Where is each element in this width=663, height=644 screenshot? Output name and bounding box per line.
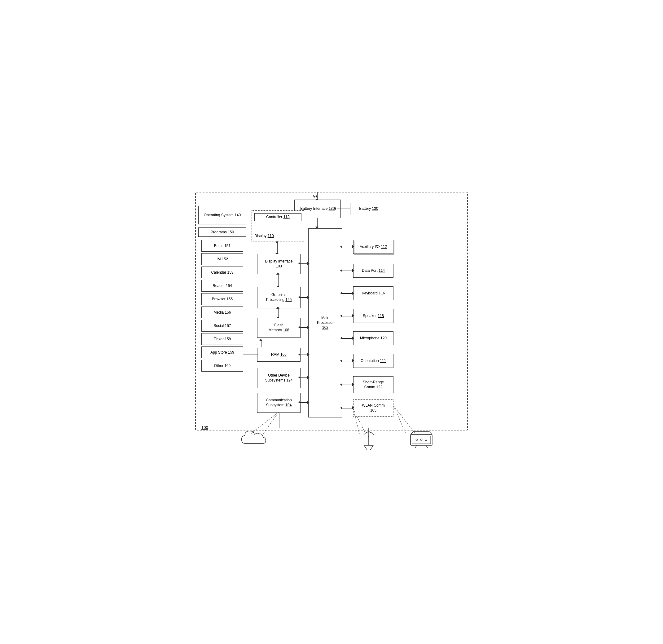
aux-io-shadow xyxy=(354,241,394,255)
arrowhead-battery-left xyxy=(334,207,336,210)
svg-line-15 xyxy=(426,445,428,448)
short-range-comm-box: Short-RangeComm 122 xyxy=(353,376,393,393)
arrowhead-mic-left xyxy=(340,337,342,340)
arrowhead-ori-left xyxy=(340,359,342,362)
arrowhead-cs-left xyxy=(298,401,300,404)
other-box: Other 160 xyxy=(201,360,243,372)
email-box: Email 151 xyxy=(201,240,243,252)
controller-box: Controller 113 xyxy=(254,213,301,221)
arrow-ram-to-flash xyxy=(261,340,261,348)
social-box: Social 157 xyxy=(201,320,243,332)
ticker-box: Ticker 158 xyxy=(201,333,243,345)
arrowhead-fm-left xyxy=(298,326,300,329)
arrowhead-sp-right xyxy=(352,314,355,317)
reader-box: Reader 154 xyxy=(201,280,243,292)
arrowhead-mic-right xyxy=(352,337,355,340)
arrowhead-dp-left xyxy=(340,269,342,272)
programs-box: Programs 150 xyxy=(198,227,246,237)
arrow-mp-mic xyxy=(342,338,353,339)
calendar-box: Calendar 153 xyxy=(201,267,243,278)
arrow-display-up xyxy=(277,243,278,254)
dashed-lines-cloud xyxy=(232,412,294,443)
im-box: IM 152 xyxy=(201,253,243,265)
battery-box: Battery 130 xyxy=(350,203,387,215)
arrow-mp-dp xyxy=(342,270,353,271)
svg-line-19 xyxy=(393,406,415,434)
arrow-mp-ori xyxy=(342,361,353,361)
main-processor-box: MainProcessor102 xyxy=(308,228,342,418)
arrowhead-ram-right xyxy=(307,353,310,356)
arrowhead-wlan-left xyxy=(340,406,342,409)
microphone-box: Microphone 120 xyxy=(353,331,393,345)
flash-memory-box: FlashMemory 108 xyxy=(257,318,300,338)
arrowhead-od-left xyxy=(298,376,300,379)
arrowhead-gp-left xyxy=(298,296,300,299)
arrowhead-gp-right xyxy=(307,296,310,299)
display-label: Display 110 xyxy=(254,234,274,239)
arrow-mp-src xyxy=(342,384,353,385)
arrow-mp-wlan xyxy=(342,408,353,408)
arrow-mp-aux xyxy=(342,247,353,247)
svg-line-0 xyxy=(251,412,279,434)
app-store-box: App Store 159 xyxy=(201,347,243,358)
diagram-wrapper: 100 V+ Battery Interface 132 Battery 130… xyxy=(192,182,471,462)
arrowhead-ori-right xyxy=(352,359,355,362)
arrowhead-aux-left xyxy=(340,245,342,248)
svg-line-7 xyxy=(353,409,366,434)
arrowhead-ram-left xyxy=(298,353,300,356)
arrowhead-disp-up2 xyxy=(276,272,279,274)
arrow-battery-to-interface xyxy=(337,208,350,209)
ram-box: RAM 106 xyxy=(257,348,300,362)
speaker-box: Speaker 118 xyxy=(353,309,393,323)
dashed-lines-router xyxy=(390,406,428,443)
arrowhead-src-left xyxy=(340,383,342,386)
arrowhead-fm-right xyxy=(307,326,310,329)
arrow-graphics-to-flash xyxy=(278,308,278,318)
svg-line-8 xyxy=(353,409,359,434)
communication-box: CommunicationSubsystem 104 xyxy=(257,393,300,413)
dashed-lines-tower xyxy=(347,409,384,440)
keyboard-box: Keyboard 116 xyxy=(353,286,393,300)
arrow-mp-sp xyxy=(342,316,353,316)
arrowhead-od-right xyxy=(307,376,310,379)
arrowhead-cs-right xyxy=(307,401,310,404)
svg-line-12 xyxy=(429,431,432,435)
arrow-mp-kb xyxy=(342,293,353,294)
orientation-box: Orientation 111 xyxy=(353,354,393,368)
arrowhead-kb-right xyxy=(352,292,355,295)
svg-line-14 xyxy=(415,445,417,448)
arrow-disp-to-graphics xyxy=(278,274,278,287)
arrowhead-vplus-down xyxy=(315,199,319,201)
arrowhead-src-right xyxy=(352,383,355,386)
browser-box: Browser 155 xyxy=(201,293,243,305)
graphics-processing-box: GraphicsProcessing 125 xyxy=(257,287,300,308)
arrowhead-dp-right xyxy=(352,269,355,272)
svg-line-1 xyxy=(264,412,279,434)
arrowhead-aux-right xyxy=(352,245,355,248)
display-interface-box: Display Interface103 xyxy=(257,254,300,274)
arrowhead-kb-left xyxy=(340,292,342,295)
svg-line-20 xyxy=(393,406,406,434)
diagram-label-100: 100 xyxy=(201,425,208,430)
svg-line-4 xyxy=(364,445,367,450)
data-port-box: Data Port 114 xyxy=(353,264,393,278)
media-box: Media 156 xyxy=(201,307,243,318)
other-device-box: Other DeviceSubsystems 124 xyxy=(257,368,300,388)
arrowhead-di-right xyxy=(307,262,310,265)
arrowhead-di-left xyxy=(298,262,300,265)
svg-line-5 xyxy=(370,445,373,450)
arrowhead-g-up xyxy=(276,307,279,309)
arrow-ram-left xyxy=(256,345,257,345)
arrow-batt-interface-down xyxy=(317,218,318,227)
arrowhead-sp-left xyxy=(340,314,342,317)
arrowhead-display-up xyxy=(275,241,278,243)
os-box: Operating System 140 xyxy=(198,206,246,224)
display-dashed-box: Controller 113 Display 110 xyxy=(252,210,304,241)
arrowhead-ram-up xyxy=(259,339,262,341)
